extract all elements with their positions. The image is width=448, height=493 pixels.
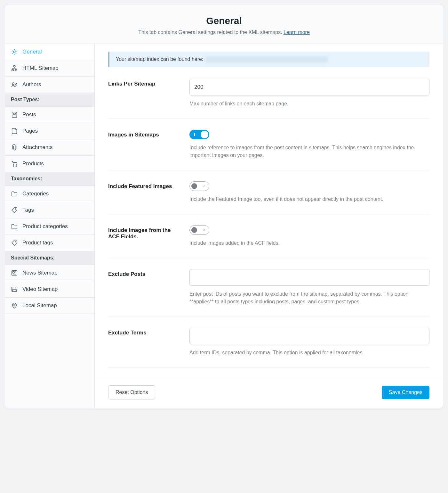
sidebar-item-label: HTML Sitemap [22, 65, 59, 71]
field-exclude-terms: Exclude Terms Add term IDs, separated by… [108, 328, 429, 368]
page-subtitle: This tab contains General settings relat… [12, 29, 436, 35]
sidebar-item-label: Pages [22, 128, 38, 134]
sidebar-item-pages[interactable]: Pages [5, 123, 94, 139]
sidebar-item-label: Products [22, 160, 44, 167]
sidebar-item-label: General [22, 49, 42, 55]
field-links-per-sitemap: Links Per Sitemap Max number of links on… [108, 79, 429, 119]
field-label: Exclude Posts [108, 269, 182, 306]
sidebar-item-product-tags[interactable]: Product tags [5, 235, 94, 251]
video-icon [11, 286, 18, 293]
field-desc: Include the Featured Image too, even if … [189, 195, 429, 203]
sidebar: GeneralHTML SitemapAuthors Post Types: P… [5, 44, 95, 408]
gear-icon [11, 48, 18, 55]
sidebar-item-label: Posts [22, 111, 36, 118]
sidebar-item-product-categories[interactable]: Product categories [5, 218, 94, 235]
tag-icon [11, 207, 18, 214]
tag-icon [11, 239, 18, 246]
field-desc: Max number of links on each sitemap page… [189, 100, 429, 108]
cart-icon [11, 160, 18, 167]
sidebar-group-taxonomies: Taxonomies: [5, 172, 94, 186]
learn-more-link[interactable]: Learn more [284, 29, 310, 35]
field-desc: Add term IDs, separated by comma. This o… [189, 349, 429, 357]
field-desc: Include images added in the ACF fields. [189, 239, 429, 247]
field-images-in-sitemaps: Images in Sitemaps Include reference to … [108, 130, 429, 170]
images-in-sitemaps-toggle[interactable] [189, 130, 209, 139]
settings-panel: General This tab contains General settin… [5, 5, 443, 408]
sidebar-item-general[interactable]: General [5, 44, 94, 60]
links-per-sitemap-input[interactable] [189, 79, 429, 95]
authors-icon [11, 81, 18, 88]
field-label: Exclude Terms [108, 328, 182, 357]
save-changes-button[interactable]: Save Changes [382, 386, 429, 399]
sidebar-item-authors[interactable]: Authors [5, 77, 94, 93]
sidebar-group-post-types: Post Types: [5, 93, 94, 107]
sidebar-item-label: Video Sitemap [22, 286, 58, 292]
exclude-posts-input[interactable] [189, 269, 429, 286]
sidebar-item-label: News Sitemap [22, 270, 58, 276]
sidebar-item-label: Product tags [22, 240, 53, 246]
page-icon [11, 127, 18, 135]
sidebar-item-attachments[interactable]: Attachments [5, 139, 94, 156]
folder-icon [11, 223, 18, 230]
include-featured-toggle[interactable] [189, 181, 209, 191]
sidebar-item-video-sitemap[interactable]: Video Sitemap [5, 281, 94, 298]
main-content: Your sitemap index can be found here: Li… [95, 44, 443, 408]
field-desc: Enter post IDs of posts you want to excl… [189, 290, 429, 306]
post-icon [11, 111, 18, 118]
sidebar-item-tags[interactable]: Tags [5, 202, 94, 218]
field-exclude-posts: Exclude Posts Enter post IDs of posts yo… [108, 269, 429, 317]
field-label: Include Images from the ACF Fields. [108, 225, 182, 247]
sidebar-item-label: Attachments [22, 144, 53, 151]
page-title: General [12, 15, 436, 26]
sitemap-index-alert: Your sitemap index can be found here: [108, 52, 429, 67]
sidebar-item-posts[interactable]: Posts [5, 107, 94, 123]
field-label: Links Per Sitemap [108, 79, 182, 108]
panel-footer: Reset Options Save Changes [95, 379, 443, 408]
folder-icon [11, 190, 18, 197]
sidebar-item-local-sitemap[interactable]: Local Sitemap [5, 298, 94, 314]
sidebar-item-label: Authors [22, 81, 41, 88]
sidebar-group-special: Special Sitemaps: [5, 251, 94, 265]
sidebar-item-label: Tags [22, 207, 34, 213]
sidebar-item-html-sitemap[interactable]: HTML Sitemap [5, 60, 94, 77]
exclude-terms-input[interactable] [189, 328, 429, 344]
field-label: Include Featured Images [108, 181, 182, 203]
field-label: Images in Sitemaps [108, 130, 182, 159]
sidebar-item-label: Categories [22, 191, 49, 197]
pin-icon [11, 302, 18, 309]
sitemap-url-redacted [206, 57, 328, 62]
sidebar-item-label: Product categories [22, 223, 68, 230]
sidebar-item-products[interactable]: Products [5, 156, 94, 172]
field-include-acf-images: Include Images from the ACF Fields. Incl… [108, 225, 429, 258]
field-desc: Include reference to images from the pos… [189, 144, 429, 159]
field-include-featured-images: Include Featured Images Include the Feat… [108, 181, 429, 214]
news-icon [11, 269, 18, 276]
sidebar-item-news-sitemap[interactable]: News Sitemap [5, 265, 94, 281]
panel-header: General This tab contains General settin… [5, 5, 443, 44]
include-acf-toggle[interactable] [189, 225, 209, 235]
sidebar-item-categories[interactable]: Categories [5, 186, 94, 202]
sidebar-item-label: Local Sitemap [22, 302, 57, 309]
sitemap-icon [11, 65, 18, 72]
clip-icon [11, 144, 18, 151]
reset-options-button[interactable]: Reset Options [108, 385, 155, 399]
